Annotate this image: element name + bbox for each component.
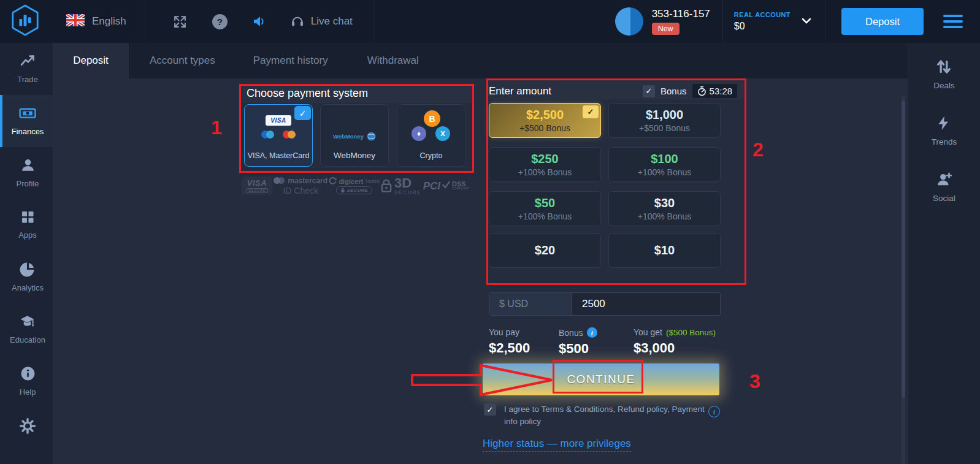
- sidebar-label: Trends: [932, 137, 957, 146]
- amount-value: $100: [651, 152, 678, 166]
- tab-payment-history[interactable]: Payment history: [253, 43, 328, 78]
- amount-value: $10: [654, 243, 675, 257]
- amount-value: $50: [535, 196, 555, 210]
- sidebar-item-analytics[interactable]: Analytics: [0, 251, 53, 303]
- lightning-icon: [936, 114, 952, 132]
- currency-selector[interactable]: $ USD: [489, 293, 572, 315]
- sidebar-item-help[interactable]: Help: [0, 356, 53, 408]
- faq-icon[interactable]: ?: [212, 14, 228, 29]
- agreement-info-icon[interactable]: i: [708, 406, 720, 417]
- new-badge: New: [652, 23, 679, 35]
- sidebar-item-finances[interactable]: Finances: [0, 95, 53, 147]
- agreement-row: ✓ I agree to Terms & Conditions, Refund …: [484, 403, 718, 428]
- bonus-toggle-row: ✓ Bonus 53:28: [643, 84, 737, 98]
- sidebar-item-trade[interactable]: Trade: [0, 43, 53, 95]
- sidebar-item-settings[interactable]: [0, 408, 53, 460]
- amount-input[interactable]: [572, 293, 720, 315]
- amount-option-20[interactable]: $20: [489, 233, 601, 268]
- sidebar-label: Apps: [18, 230, 37, 240]
- mastercard-logo: [283, 131, 296, 139]
- payment-method-label: VISA, MasterCard: [245, 151, 312, 160]
- sidebar-item-deals[interactable]: Deals: [933, 58, 955, 114]
- deposit-page: English ? Live chat 353-116-157 New REAL…: [0, 0, 980, 464]
- amount-bonus: +$500 Bonus: [519, 123, 570, 133]
- fullscreen-button[interactable]: [172, 14, 188, 29]
- finances-icon: [18, 105, 37, 121]
- amount-value: $2,500: [526, 108, 564, 122]
- you-pay-summary: You pay $2,500: [489, 327, 530, 356]
- amount-option-50[interactable]: $50 +100% Bonus: [489, 191, 601, 226]
- account-balance: $0: [734, 21, 791, 32]
- sidebar-item-education[interactable]: Education: [0, 303, 53, 356]
- add-user-icon: [936, 170, 953, 189]
- tab-account-types[interactable]: Account types: [150, 43, 215, 78]
- amount-value: $20: [535, 243, 555, 257]
- amount-option-1000[interactable]: $1,000 +$500 Bonus: [608, 103, 721, 138]
- gear-icon: [19, 417, 36, 435]
- amount-value: $1,000: [646, 108, 683, 122]
- payment-method-webmoney[interactable]: WebMoney WebMoney: [320, 104, 389, 167]
- maestro-logo: [261, 131, 274, 139]
- amount-bonus: +100% Bonus: [638, 167, 692, 177]
- bonus-col-label: Bonus: [559, 328, 583, 338]
- tab-withdrawal[interactable]: Withdrawal: [367, 43, 419, 78]
- payment-heading: Choose payment system: [247, 87, 368, 100]
- account-menu[interactable]: 353-116-157 New: [615, 7, 710, 36]
- sidebar-item-profile[interactable]: Profile: [0, 147, 53, 199]
- sound-button[interactable]: [252, 14, 267, 29]
- lock-icon: [340, 188, 345, 193]
- apps-icon: [20, 209, 36, 225]
- amount-option-250[interactable]: $250 +100% Bonus: [489, 147, 601, 182]
- amount-value: $30: [654, 196, 675, 210]
- scrollbar-thumb[interactable]: [902, 101, 905, 398]
- profile-icon: [20, 157, 36, 173]
- agreement-checkbox[interactable]: ✓: [484, 403, 496, 416]
- language-selector[interactable]: English: [66, 14, 126, 29]
- headset-icon: [290, 14, 305, 29]
- amount-option-30[interactable]: $30 +100% Bonus: [608, 191, 721, 226]
- tab-deposit[interactable]: Deposit: [53, 43, 129, 78]
- you-get-label: You get: [634, 327, 662, 337]
- speaker-icon: [252, 14, 267, 29]
- sidebar-item-social[interactable]: Social: [933, 170, 955, 227]
- sidebar-label: Profile: [17, 179, 39, 188]
- account-type-label: REAL ACCOUNT: [734, 11, 791, 18]
- visa-logo: VISA: [266, 115, 291, 126]
- deals-icon: [935, 58, 952, 76]
- analytics-icon: [20, 261, 36, 278]
- sidebar-item-apps[interactable]: Apps: [0, 199, 53, 251]
- payment-method-crypto[interactable]: B ♦ X Crypto: [397, 104, 465, 167]
- bonus-value: $500: [559, 341, 597, 357]
- account-type-dropdown[interactable]: REAL ACCOUNT $0: [734, 11, 791, 32]
- fullscreen-icon: [172, 14, 188, 29]
- higher-status-link[interactable]: Higher status — more privileges: [483, 438, 631, 452]
- 3d-secure-badge: 3DSECURE: [381, 177, 421, 196]
- divider: [825, 0, 825, 43]
- menu-icon[interactable]: [943, 15, 963, 28]
- sidebar-label: Deals: [933, 81, 955, 90]
- chevron-down-icon[interactable]: [802, 16, 811, 27]
- live-chat-button[interactable]: Live chat: [290, 14, 353, 29]
- sidebar-item-trends[interactable]: Trends: [932, 114, 957, 170]
- amount-option-100[interactable]: $100 +100% Bonus: [608, 147, 721, 182]
- amount-option-10[interactable]: $10: [608, 233, 721, 268]
- amount-bonus: +100% Bonus: [518, 167, 572, 177]
- payment-method-label: WebMoney: [321, 151, 388, 160]
- deposit-button[interactable]: Deposit: [841, 8, 924, 35]
- amount-option-2500[interactable]: ✓ $2,500 +$500 Bonus: [489, 103, 601, 138]
- education-icon: [19, 313, 36, 330]
- app-logo[interactable]: [10, 4, 40, 39]
- stopwatch-icon: [697, 86, 706, 96]
- pci-check-icon: [442, 181, 450, 189]
- scrollbar-track[interactable]: [902, 96, 905, 464]
- avatar[interactable]: [615, 7, 643, 36]
- selected-check-icon: ✓: [583, 105, 599, 118]
- payment-method-visa-mastercard[interactable]: ✓ VISA VISA, MasterCard: [244, 104, 313, 167]
- continue-button[interactable]: CONTINUE: [483, 363, 719, 395]
- language-label: English: [92, 15, 126, 28]
- security-badges: VISA SECURE mastercard ID Check digicert…: [242, 175, 470, 197]
- bonus-info-icon[interactable]: i: [587, 327, 597, 338]
- amount-value: $250: [531, 152, 559, 166]
- info-icon: [20, 365, 36, 382]
- bonus-checkbox[interactable]: ✓: [643, 85, 655, 97]
